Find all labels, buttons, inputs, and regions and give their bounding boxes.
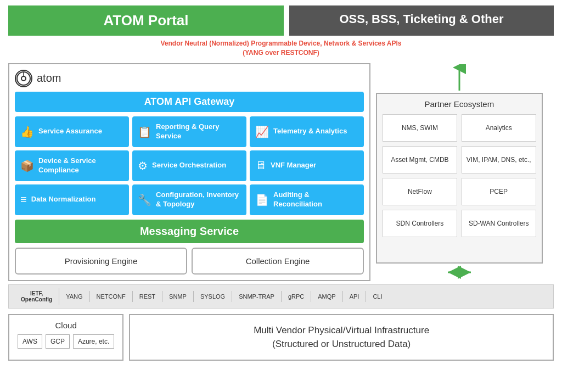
atom-logo-text: atom: [37, 72, 61, 85]
partner-nms-label: NMS, SWIM: [402, 124, 438, 132]
cloud-gcp: GCP: [46, 334, 70, 349]
protocol-ietf: IETF, OpenConfig: [14, 288, 59, 305]
cloud-aws: AWS: [18, 334, 42, 349]
protocol-yang: YANG: [59, 291, 89, 302]
config-inventory-label: Configuration, Inventory & Topology: [156, 191, 241, 209]
protocol-syslog: SYSLOG: [194, 291, 232, 302]
monitor-icon: 🖥: [255, 159, 266, 172]
partner-analytics: Analytics: [462, 114, 536, 142]
api-text-block: Vendor Neutral (Normalized) Programmable…: [8, 39, 554, 58]
atom-logo: atom: [15, 70, 364, 87]
config-icon: 🔧: [138, 193, 151, 206]
protocol-snmp: SNMP: [162, 291, 194, 302]
service-assurance-label: Service Assurance: [38, 127, 102, 136]
protocol-bar: IETF, OpenConfig YANG NETCONF REST SNMP …: [8, 284, 554, 309]
partner-netflow-label: NetFlow: [408, 188, 432, 195]
config-inventory-box: 🔧 Configuration, Inventory & Topology: [132, 184, 246, 215]
atom-portal-title: ATOM Portal: [103, 12, 188, 29]
partner-pcep: PCEP: [462, 178, 536, 205]
services-grid: 👍 Service Assurance 📋 Reporting & Query …: [15, 116, 364, 215]
collection-engine-box: Collection Engine: [192, 248, 364, 275]
partner-nms-swim: NMS, SWIM: [383, 114, 457, 142]
partner-vim-label: VIM, IPAM, DNS, etc.,: [467, 156, 531, 164]
device-compliance-label: Device & Service Compliance: [38, 156, 123, 175]
partner-ecosystem-box: Partner Ecosystem NMS, SWIM Analytics As…: [376, 93, 543, 264]
partner-sdn: SDN Controllers: [383, 210, 457, 237]
api-line2: (YANG over RESTCONF): [8, 48, 554, 58]
oss-title: OSS, BSS, Ticketing & Other: [339, 12, 503, 26]
telemetry-analytics-label: Telemetry & Analytics: [273, 127, 347, 136]
thumbs-up-icon: 👍: [20, 125, 34, 138]
partner-sdwan-label: SD-WAN Controllers: [469, 220, 529, 227]
infra-line1: Multi Vendor Physical/Virtual Infrastruc…: [254, 323, 429, 338]
partner-grid: NMS, SWIM Analytics Asset Mgmt, CMDB VIM…: [383, 114, 536, 237]
partner-asset-label: Asset Mgmt, CMDB: [391, 156, 448, 164]
bottom-row: Cloud AWS GCP Azure, etc. Multi Vendor P…: [8, 314, 554, 361]
service-assurance-box: 👍 Service Assurance: [15, 116, 129, 147]
infra-line2: (Structured or Unstructured Data): [254, 337, 429, 351]
infra-text: Multi Vendor Physical/Virtual Infrastruc…: [254, 323, 429, 351]
device-compliance-box: 📦 Device & Service Compliance: [15, 150, 129, 181]
engines-row: Provisioning Engine Collection Engine: [15, 248, 364, 275]
partner-pcep-label: PCEP: [490, 188, 508, 195]
provisioning-engine-box: Provisioning Engine: [15, 248, 187, 275]
right-panel: Partner Ecosystem NMS, SWIM Analytics As…: [376, 63, 543, 281]
audit-icon: 📄: [255, 193, 269, 206]
up-arrow-icon: [453, 64, 466, 92]
auditing-box: 📄 Auditing & Reconciliation: [250, 184, 364, 215]
infra-box: Multi Vendor Physical/Virtual Infrastruc…: [129, 314, 554, 361]
atom-box: atom ATOM API Gateway 👍 Service Assuranc…: [8, 63, 370, 281]
api-gateway-label: ATOM API Gateway: [144, 96, 235, 107]
cloud-azure: Azure, etc.: [73, 334, 114, 349]
messaging-bar: Messaging Service: [15, 220, 364, 243]
service-orchestration-box: ⚙ Service Orchestration: [132, 150, 246, 181]
atom-circle-icon: [16, 71, 31, 86]
service-orchestration-label: Service Orchestration: [152, 161, 226, 170]
oss-header: OSS, BSS, Ticketing & Other: [289, 5, 554, 36]
data-normalization-label: Data Normalization: [31, 195, 96, 204]
telemetry-analytics-box: 📈 Telemetry & Analytics: [250, 116, 364, 147]
cloud-items: AWS GCP Azure, etc.: [18, 334, 114, 349]
bidir-arrow-icon: [446, 266, 473, 279]
reporting-query-label: Reporting & Query Service: [156, 122, 241, 141]
protocol-api: API: [343, 291, 367, 302]
protocol-rest: REST: [133, 291, 162, 302]
partner-title: Partner Ecosystem: [383, 99, 536, 109]
api-gateway-bar: ATOM API Gateway: [15, 92, 364, 112]
provisioning-engine-label: Provisioning Engine: [65, 256, 138, 266]
cloud-box: Cloud AWS GCP Azure, etc.: [8, 314, 123, 361]
protocol-cli: CLI: [366, 291, 389, 302]
protocol-grpc: gRPC: [282, 291, 311, 302]
vnf-manager-label: VNF Manager: [271, 161, 316, 170]
partner-sdn-label: SDN Controllers: [396, 220, 444, 227]
partner-asset-mgmt: Asset Mgmt, CMDB: [383, 146, 457, 173]
partner-vim-ipam: VIM, IPAM, DNS, etc.,: [462, 146, 536, 173]
list-icon: ≡: [20, 193, 27, 206]
partner-analytics-label: Analytics: [486, 124, 512, 132]
protocol-amqp: AMQP: [311, 291, 342, 302]
partner-sdwan: SD-WAN Controllers: [462, 210, 536, 237]
cloud-title: Cloud: [18, 321, 114, 330]
reporting-query-box: 📋 Reporting & Query Service: [132, 116, 246, 147]
document-icon: 📋: [138, 125, 151, 138]
bidir-arrow-area: [376, 264, 543, 281]
auditing-label: Auditing & Reconciliation: [273, 191, 358, 209]
atom-portal-header: ATOM Portal: [8, 5, 284, 36]
svg-point-1: [21, 76, 26, 81]
messaging-label: Messaging Service: [140, 225, 239, 237]
api-line1: Vendor Neutral (Normalized) Programmable…: [8, 39, 554, 48]
protocol-netconf: NETCONF: [90, 291, 133, 302]
device-icon: 📦: [20, 159, 34, 172]
collection-engine-label: Collection Engine: [246, 256, 310, 266]
top-arrow-area: [376, 63, 543, 93]
top-header: ATOM Portal OSS, BSS, Ticketing & Other: [8, 5, 554, 36]
partner-netflow: NetFlow: [383, 178, 457, 205]
protocol-snmp-trap: SNMP-TRAP: [232, 291, 282, 302]
chart-icon: 📈: [255, 125, 269, 138]
gear-icon: ⚙: [138, 159, 148, 172]
data-normalization-box: ≡ Data Normalization: [15, 184, 129, 215]
atom-logo-icon: [15, 70, 32, 87]
content-area: atom ATOM API Gateway 👍 Service Assuranc…: [8, 63, 554, 281]
vnf-manager-box: 🖥 VNF Manager: [250, 150, 364, 181]
